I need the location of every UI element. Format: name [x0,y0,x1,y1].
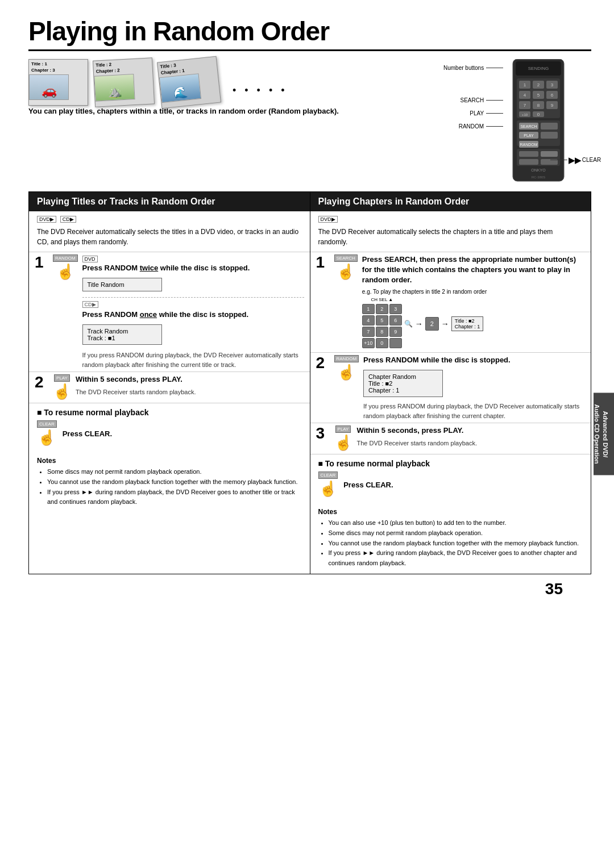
step1-row: 1 RANDOM ☝ DVD Press RANDOM twice while … [29,252,310,372]
step2-row: 2 PLAY ☝ Within 5 seconds, press PLAY. T… [29,372,310,403]
svg-text:RC-380S: RC-380S [532,176,546,179]
right-section-header: Playing Chapters in Random Order [310,192,591,211]
chapter-random-text: Chapter Random [368,373,438,380]
page-container: Playing in Random Order Title : 1Chapter… [0,0,614,627]
cd-step1-title: Press RANDOM once while the disc is stop… [82,310,304,320]
left-description: The DVD Receiver automatically selects t… [29,223,310,252]
notes-title-left: Notes [37,457,302,465]
disc-2-image [94,74,135,102]
random-label: RANDOM [443,123,503,130]
num-4: 4 [362,315,375,326]
search-label: SEARCH [443,97,503,103]
left-media-labels: DVD▶ CD▶ [29,211,310,223]
notes-list-left: Some discs may not permit random playbac… [37,467,302,507]
clear-label-arrow: ▶▶ CLEAR [550,156,601,165]
step1-extra-desc: If you press RANDOM during playback, the… [82,350,304,369]
hand-icon-clear-right: ☝ [319,480,337,498]
note-right-4: If you press ►► during random playback, … [329,548,583,568]
page-number: 35 [28,574,591,604]
left-column: Playing Titles or Tracks in Random Order… [29,192,310,574]
title-display: Title : ■2 Chapter : 1 [451,316,484,331]
disc-1-label: Title : 1Chapter : 3 [29,60,88,74]
chapter-display-text: Chapter : 1 [455,324,480,329]
svg-text:5: 5 [537,93,540,98]
num-5: 5 [376,315,388,326]
step3-right: 3 PLAY ☝ Within 5 seconds, press PLAY. T… [310,423,591,454]
title-display-text: Title : ■2 [455,318,480,324]
step2-title: Within 5 seconds, press PLAY. [76,374,304,385]
svg-text:RANDOM: RANDOM [520,143,538,147]
number-buttons-label: Number buttons [443,65,503,71]
svg-text:8: 8 [537,103,540,108]
disc-1-group: Title : 1Chapter : 3 [28,59,88,106]
step2-right: 2 RANDOM ☝ Press RANDOM while the disc i… [310,353,591,423]
dvd-badge-right: DVD▶ [318,216,338,223]
disc-3-image [159,73,201,103]
notes-title-right: Notes [318,508,583,516]
cd-badge-step1: CD▶ [82,301,304,308]
cd-underline: once [140,310,157,319]
step2-right-icon: RANDOM ☝ [334,355,359,381]
hand-icon-clear: ☝ [38,429,56,446]
clear-label-text: CLEAR [582,157,601,163]
step1-right-number: 1 [316,254,330,270]
resume-right: ■ To resume normal playback CLEAR ☝ Pres… [310,454,591,502]
svg-rect-29 [541,123,558,130]
svg-text:ONKYO: ONKYO [532,168,546,172]
step1-icon: RANDOM ☝ [53,254,78,281]
svg-text:3: 3 [551,82,554,87]
num-3: 3 [389,304,402,314]
remote-area: Number buttons SEARCH PLAY RANDOM [443,59,591,186]
step1-left: 1 RANDOM ☝ DVD Press RANDOM twice while … [29,252,310,373]
top-left: Title : 1Chapter : 3 Title : 2Chapter : … [28,59,432,186]
disc-illustration: Title : 1Chapter : 3 Title : 2Chapter : … [28,59,432,106]
svg-text:4: 4 [524,93,526,98]
remote-svg: SENDING 1 2 3 4 5 6 7 8 9 [510,59,567,184]
clear-icon-left: CLEAR ☝ [37,420,57,446]
press-clear-left: Press CLEAR. [63,429,112,438]
continuation-dots: • • • • • [233,85,288,97]
remote-svg-wrapper: SENDING 1 2 3 4 5 6 7 8 9 [510,59,567,186]
disc-3-group: Title : 3Chapter : 1 [159,59,219,106]
num-6: 6 [389,315,402,326]
svg-text:9: 9 [551,103,554,108]
title-random-display: Title Random [82,278,162,291]
disc-3: Title : 3Chapter : 1 [157,56,221,108]
example-label: e.g. To play the chapters in title 2 in … [362,289,585,295]
cd-badge-left: CD▶ [60,216,76,223]
num-0: 0 [376,338,388,348]
top-description: You can play titles, chapters within a t… [28,106,432,117]
step1-content: DVD Press RANDOM twice while the disc is… [82,254,304,370]
hand-icon-4: ☝ [334,434,352,452]
note-left-1: Some discs may not permit random playbac… [47,467,302,477]
step1-number: 1 [35,254,48,270]
note-right-3: You cannot use the random playback funct… [329,539,583,549]
disc-1-image [29,74,69,100]
resume-left: ■ To resume normal playback CLEAR ☝ Pres… [29,403,310,451]
svg-text:SENDING: SENDING [528,66,549,71]
step3-right-title: Within 5 seconds, press PLAY. [357,425,586,436]
step3-right-content: Within 5 seconds, press PLAY. The DVD Re… [357,425,586,448]
svg-text:6: 6 [551,93,554,98]
step2-left: 2 PLAY ☝ Within 5 seconds, press PLAY. T… [29,372,310,403]
num-10: +10 [362,338,375,348]
num-2-btn: 2 [425,317,439,331]
left-section-header: Playing Titles or Tracks in Random Order [29,192,310,211]
step2-desc: The DVD Receiver starts random playback. [76,387,304,397]
clear-icon-right: CLEAR ☝ [318,471,338,498]
ch-sel-label: CH SEL ▲ [362,297,402,302]
step3-right-desc: The DVD Receiver starts random playback. [357,439,586,448]
disc-1: Title : 1Chapter : 3 [28,59,88,106]
svg-text:1: 1 [524,82,526,87]
chapter-random-display: Chapter Random Title : ■2 Chapter : 1 [363,370,443,397]
notes-list-right: You can also use +10 (plus ten button) t… [318,518,583,568]
svg-rect-36 [519,151,538,157]
step1-underline: twice [140,264,159,272]
clear-badge-right: CLEAR [318,471,338,479]
svg-text:7: 7 [524,103,526,108]
label-line-4 [486,126,503,127]
resume-row-left: CLEAR ☝ Press CLEAR. [37,420,302,446]
note-right-2: Some discs may not permit random playbac… [329,528,583,539]
right-media-label: DVD▶ [310,211,591,223]
play-label: PLAY [443,110,503,116]
